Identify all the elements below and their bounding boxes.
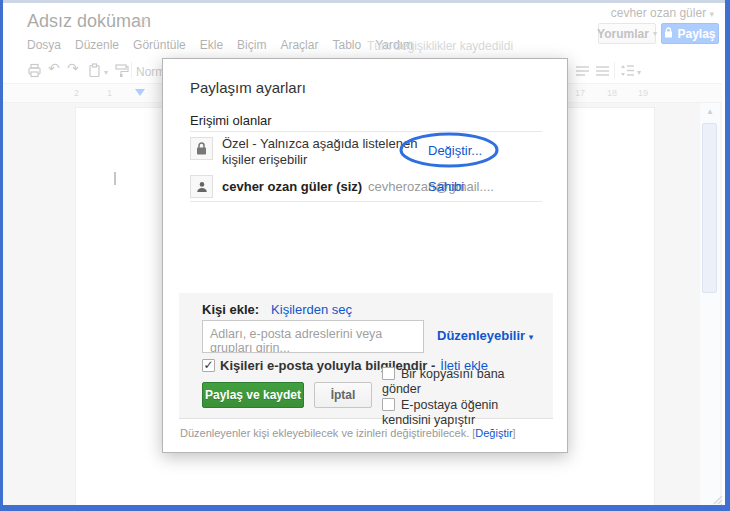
cancel-button[interactable]: İptal <box>314 382 372 408</box>
footer-change-link[interactable]: Değiştir <box>475 427 512 439</box>
lock-icon <box>190 137 213 160</box>
add-people-panel: Kişi ekle: Kişilerden seç Düzenleyebilir… <box>179 293 553 419</box>
invite-people-input[interactable] <box>202 320 424 353</box>
app-window: Adsız doküman ☆ cevher ozan güler ▾ Yoru… <box>0 0 730 511</box>
permission-label: Düzenleyebilir <box>437 328 525 343</box>
window-frame-bottom <box>0 505 730 511</box>
email-options: Bir kopyasını bana gönder E-postaya öğen… <box>382 367 546 429</box>
choose-from-contacts-link[interactable]: Kişilerden seç <box>271 302 352 317</box>
chevron-down-icon: ▾ <box>529 332 534 342</box>
notify-checkbox[interactable]: ✓ <box>202 359 215 372</box>
dialog-footer: Düzenleyenler kişi ekleyebilecek ve izin… <box>180 427 516 439</box>
share-save-button[interactable]: Paylaş ve kaydet <box>202 382 304 408</box>
sharing-settings-dialog: Paylaşım ayarları Erişimi olanlar Özel -… <box>162 58 568 453</box>
owner-name: cevher ozan güler (siz) <box>222 179 362 194</box>
window-frame-right <box>725 0 730 511</box>
visibility-text: Özel - Yalnızca aşağıda listelenen kişil… <box>222 136 452 168</box>
paste-item-checkbox[interactable] <box>382 398 395 411</box>
owner-role-link[interactable]: Sahibi <box>428 179 464 194</box>
paste-item-label: E-postaya öğenin kendisini yapıştır <box>382 398 498 427</box>
footer-text: Düzenleyenler kişi ekleyebilecek ve izin… <box>180 427 475 439</box>
send-copy-label: Bir kopyasını bana gönder <box>382 367 505 396</box>
change-visibility-link[interactable]: Değiştir... <box>428 143 482 158</box>
permission-dropdown[interactable]: Düzenleyebilir ▾ <box>437 328 533 343</box>
footer-text: ] <box>513 427 516 439</box>
person-icon <box>190 175 213 198</box>
send-copy-checkbox[interactable] <box>382 367 395 380</box>
dialog-title: Paylaşım ayarları <box>190 79 306 96</box>
divider <box>190 201 542 202</box>
add-people-label: Kişi ekle: <box>202 302 259 317</box>
access-heading: Erişimi olanlar <box>190 113 272 128</box>
divider <box>190 131 542 132</box>
